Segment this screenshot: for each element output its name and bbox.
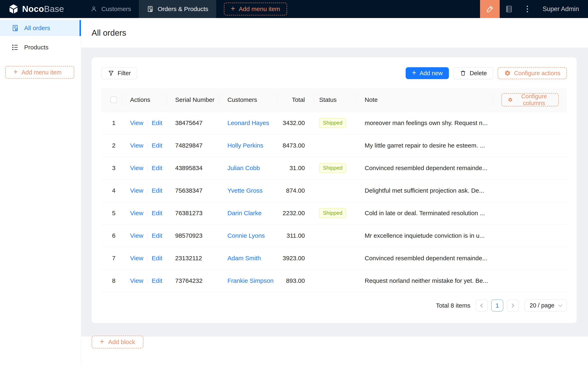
status-cell <box>313 247 356 269</box>
ui-editor-button[interactable] <box>480 0 500 18</box>
select-all-checkbox[interactable] <box>110 97 117 103</box>
status-badge: Shipped <box>319 208 346 218</box>
document-check-icon <box>147 6 154 13</box>
row-index: 5 <box>101 202 122 224</box>
user-icon <box>90 6 97 13</box>
customer-link[interactable]: Julian Cobb <box>227 165 260 171</box>
chevron-left-icon <box>480 304 484 308</box>
delete-button-label: Delete <box>470 70 487 77</box>
row-trailing-spacer <box>493 179 567 202</box>
row-trailing-spacer <box>493 202 567 224</box>
row-index: 2 <box>101 134 122 157</box>
table-row: 7ViewEdit23132112Adam Smith3923.00Convin… <box>101 247 567 269</box>
highlighter-icon <box>486 5 494 13</box>
customer-link[interactable]: Frankie Simpson <box>227 277 273 284</box>
view-link[interactable]: View <box>130 142 143 149</box>
nav-tabs: Customers Orders & Products <box>83 0 216 18</box>
edit-link[interactable]: Edit <box>152 120 162 126</box>
customer-link[interactable]: Leonard Hayes <box>227 120 269 126</box>
sidebar-item-label: Products <box>24 44 48 51</box>
note-cell: Cold in late or deal. Terminated resolut… <box>356 202 493 224</box>
sidebar-item-products[interactable]: Products <box>0 39 81 55</box>
link-divider <box>147 278 148 284</box>
row-index: 4 <box>101 179 122 202</box>
brand-name-bold: Noco <box>22 4 44 14</box>
edit-link[interactable]: Edit <box>152 165 162 171</box>
sidebar: All orders Products + Add menu item <box>0 18 81 366</box>
plugin-settings-button[interactable] <box>500 0 518 18</box>
more-actions-button[interactable] <box>518 0 536 18</box>
row-trailing-spacer <box>493 157 567 179</box>
pagination-page-1[interactable]: 1 <box>491 300 503 312</box>
row-index: 3 <box>101 157 122 179</box>
nocobase-logo[interactable]: NocoBase <box>8 0 64 18</box>
view-link[interactable]: View <box>130 165 143 171</box>
customer-cell: Connie Lyons <box>219 224 278 247</box>
gear-icon <box>508 97 513 103</box>
note-cell: Mr excellence inquietude conviction is i… <box>356 224 493 247</box>
edit-link[interactable]: Edit <box>152 187 162 194</box>
add-block-button[interactable]: + Add block <box>91 336 143 348</box>
customer-link[interactable]: Adam Smith <box>227 255 261 261</box>
row-actions: ViewEdit <box>122 269 167 292</box>
row-index: 1 <box>101 112 122 134</box>
row-index: 7 <box>101 247 122 269</box>
view-link[interactable]: View <box>130 187 143 194</box>
plus-icon: + <box>412 69 416 76</box>
row-actions: ViewEdit <box>122 179 167 202</box>
orders-table: Actions Serial Number Customers Total St… <box>101 88 567 292</box>
table-header-row: Actions Serial Number Customers Total St… <box>101 88 567 112</box>
customer-link[interactable]: Holly Perkins <box>227 142 263 149</box>
total-cell: 31.00 <box>278 157 313 179</box>
row-actions: ViewEdit <box>122 247 167 269</box>
nav-tab-orders-products[interactable]: Orders & Products <box>139 0 216 18</box>
nav-add-menu-item-button[interactable]: + Add menu item <box>224 3 287 15</box>
nav-tab-customers[interactable]: Customers <box>83 0 139 18</box>
page-size-select[interactable]: 20 / page <box>525 300 567 312</box>
customer-link[interactable]: Darin Clarke <box>227 210 262 216</box>
configure-actions-button[interactable]: Configure actions <box>498 67 567 79</box>
status-badge: Shipped <box>319 118 346 128</box>
main-area: All orders Filter + Add new <box>81 18 588 366</box>
row-trailing-spacer <box>493 112 567 134</box>
customer-link[interactable]: Yvette Gross <box>227 187 263 194</box>
pagination-next-button[interactable] <box>507 300 519 312</box>
edit-link[interactable]: Edit <box>152 142 162 149</box>
edit-link[interactable]: Edit <box>152 277 162 284</box>
status-badge: Shipped <box>319 163 346 173</box>
view-link[interactable]: View <box>130 277 143 284</box>
total-cell: 2232.00 <box>278 202 313 224</box>
customer-link[interactable]: Connie Lyons <box>227 232 265 239</box>
nav-spacer <box>287 0 480 18</box>
view-link[interactable]: View <box>130 232 143 239</box>
pagination-prev-button[interactable] <box>476 300 488 312</box>
add-new-button[interactable]: + Add new <box>406 67 449 79</box>
view-link[interactable]: View <box>130 120 143 126</box>
plus-icon: + <box>100 338 104 345</box>
sidebar-item-label: All orders <box>24 25 50 31</box>
nav-tab-label: Orders & Products <box>158 6 208 13</box>
page-header: All orders <box>81 18 588 47</box>
edit-link[interactable]: Edit <box>152 255 162 261</box>
edit-link[interactable]: Edit <box>152 232 162 239</box>
sidebar-item-all-orders[interactable]: All orders <box>0 20 81 36</box>
user-menu[interactable]: Super Admin <box>543 5 579 13</box>
trash-icon <box>460 70 466 76</box>
gear-icon <box>504 70 511 76</box>
delete-button[interactable]: Delete <box>453 67 493 79</box>
status-cell: Shipped <box>313 112 356 134</box>
view-link[interactable]: View <box>130 255 143 261</box>
edit-link[interactable]: Edit <box>152 210 162 216</box>
table-toolbar: Filter + Add new Delete <box>101 67 567 79</box>
note-cell: Delightful met sufficient projection ask… <box>356 179 493 202</box>
database-icon <box>505 5 513 13</box>
sidebar-add-menu-item-button[interactable]: + Add menu item <box>5 66 74 79</box>
note-cell: Request norland neither mistake for yet.… <box>356 269 493 292</box>
status-cell: Shipped <box>313 157 356 179</box>
top-navbar: NocoBase Customers Orders & Products + A… <box>0 0 588 18</box>
status-cell: Shipped <box>313 202 356 224</box>
configure-columns-button[interactable]: Configure columns <box>501 93 559 106</box>
view-link[interactable]: View <box>130 210 143 216</box>
row-trailing-spacer <box>493 269 567 292</box>
filter-button[interactable]: Filter <box>101 67 137 79</box>
